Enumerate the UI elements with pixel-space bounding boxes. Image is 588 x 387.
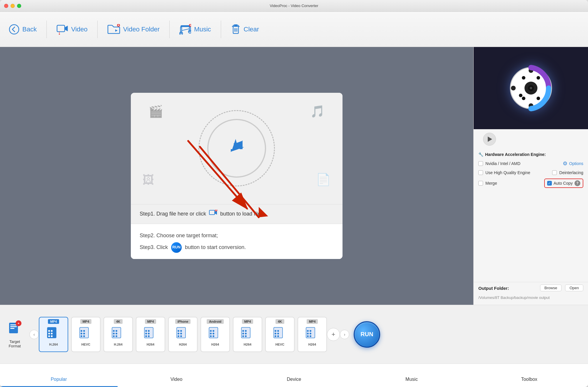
deinterlace-option[interactable]: Deinterlacing (552, 170, 583, 175)
bottom-tab[interactable]: Video (118, 372, 235, 387)
format-badge: MP4 (80, 319, 92, 324)
format-card[interactable]: 4K H.264 (103, 317, 133, 352)
svg-point-83 (180, 330, 182, 332)
step1-row: Step1. Drag file here or click button to… (131, 204, 343, 224)
svg-point-113 (310, 333, 311, 334)
step2-text: Step2. Choose one target format; (140, 230, 334, 242)
clear-button[interactable]: Clear (223, 24, 268, 35)
deinterlace-checkbox[interactable] (552, 170, 557, 175)
format-card[interactable]: 4K HEVC (265, 317, 295, 352)
video-add-icon (209, 210, 217, 218)
merge-checkbox[interactable] (478, 181, 483, 186)
output-path: /Volumes/8T Backup/backup/movie output (478, 295, 550, 300)
target-format-label: Target Format (3, 339, 26, 348)
svg-point-54 (48, 330, 50, 332)
svg-point-82 (178, 330, 179, 332)
svg-point-108 (277, 335, 279, 337)
format-card[interactable]: iPhone H264 (168, 317, 198, 352)
svg-marker-5 (115, 29, 118, 32)
svg-point-55 (51, 330, 53, 332)
bottom-tab[interactable]: Music (353, 372, 470, 387)
svg-point-85 (180, 333, 182, 334)
clear-label: Clear (244, 26, 259, 33)
format-card-icon (305, 326, 320, 341)
target-format-button[interactable]: + Target Format (0, 320, 29, 348)
svg-point-91 (210, 333, 212, 334)
merge-option[interactable]: Merge (478, 181, 497, 186)
format-card-icon (143, 326, 158, 341)
format-card[interactable]: MP4 H264 (233, 317, 262, 352)
svg-point-99 (245, 333, 247, 334)
separator-3 (169, 21, 170, 38)
format-card[interactable]: MP4 HEVC (71, 317, 101, 352)
drop-zone[interactable]: 🎬 🎵 🖼 📄 (131, 93, 343, 204)
right-panel: 🔧 Hardware Acceleration Engine: Nvidia /… (473, 47, 588, 305)
format-badge: MP4 (145, 319, 156, 324)
format-card[interactable]: MP4 H264 (298, 317, 327, 352)
browse-button[interactable]: Browse (540, 285, 562, 291)
close-button[interactable] (4, 4, 8, 8)
minimize-button[interactable] (11, 4, 15, 8)
play-button[interactable] (483, 133, 496, 146)
hw-chip-option[interactable]: Nvidia / Intel / AMD (478, 161, 520, 166)
toolbar: Back Video (0, 12, 588, 47)
bottom-tab[interactable]: Device (235, 372, 353, 387)
format-card-icon (46, 326, 61, 341)
back-button[interactable]: Back (9, 24, 45, 35)
format-card[interactable]: MP4 H.264 (39, 317, 68, 352)
merge-label: Merge (485, 181, 497, 186)
format-card-sub: HEVC (81, 343, 91, 346)
drop-circle (207, 119, 266, 178)
hw-chip-label: Nvidia / Intel / AMD (485, 161, 520, 166)
drop-area[interactable]: 🎬 🎵 🖼 📄 (131, 93, 343, 259)
quality-checkbox[interactable] (478, 170, 483, 175)
music-icon (179, 24, 191, 35)
format-card[interactable]: Android H264 (201, 317, 230, 352)
format-card-sub: H264 (179, 343, 187, 346)
auto-copy-checkbox[interactable] (547, 181, 552, 186)
video-button[interactable]: Video (48, 24, 96, 35)
svg-point-84 (178, 333, 179, 334)
bottom-tab[interactable]: Popular (0, 372, 118, 387)
format-card-sub: H264 (147, 343, 154, 346)
upload-arrow-icon (226, 136, 247, 161)
format-badge: 4K (114, 319, 123, 324)
back-icon (9, 24, 19, 35)
bottom-tab[interactable]: Toolbox (470, 372, 588, 387)
svg-point-110 (307, 330, 309, 332)
auto-copy-help-icon[interactable]: ? (574, 180, 580, 186)
quality-option[interactable]: Use High Quality Engine (478, 170, 530, 175)
svg-point-59 (51, 335, 53, 337)
format-card-sub: H264 (211, 343, 219, 346)
svg-point-70 (113, 333, 115, 334)
add-format-button[interactable]: + (327, 328, 340, 341)
format-card-icon (273, 326, 287, 341)
maximize-button[interactable] (17, 4, 21, 8)
quality-label: Use High Quality Engine (485, 170, 530, 175)
output-buttons: Browse Open (540, 285, 583, 291)
scroll-right-button[interactable]: › (340, 330, 349, 339)
hw-chip-checkbox[interactable] (478, 161, 483, 166)
format-card-icon (208, 326, 223, 341)
svg-point-97 (245, 330, 247, 332)
video-folder-button[interactable]: Video Folder (99, 24, 168, 35)
scroll-left-button[interactable]: ‹ (29, 330, 39, 339)
music-button[interactable]: Music (171, 24, 219, 35)
deinterlace-label: Deinterlacing (559, 170, 583, 175)
bottom-tabs: PopularVideoDeviceMusicToolbox (0, 364, 588, 387)
svg-point-3 (59, 33, 60, 35)
step1-text: Step1. Drag file here or click (140, 211, 206, 217)
svg-point-44 (519, 94, 522, 97)
run-button[interactable]: RUN (354, 321, 380, 348)
auto-copy-box: Auto Copy ? (544, 179, 583, 188)
svg-point-64 (83, 333, 85, 334)
video-folder-icon (107, 24, 120, 35)
window-controls (4, 4, 21, 8)
options-button[interactable]: ⚙ Options (563, 160, 583, 167)
svg-marker-28 (227, 137, 246, 156)
format-card[interactable]: MP4 H264 (136, 317, 165, 352)
svg-point-104 (277, 330, 279, 332)
play-icon (488, 137, 492, 142)
run-button-container: RUN (349, 321, 385, 348)
open-button[interactable]: Open (565, 285, 583, 291)
